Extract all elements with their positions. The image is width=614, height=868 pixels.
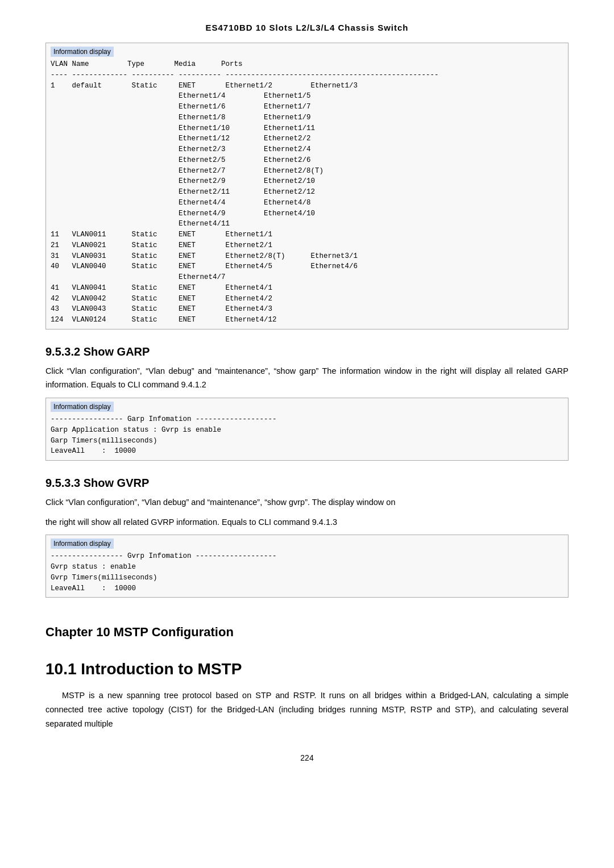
- page-header: ES4710BD 10 Slots L2/L3/L4 Chassis Switc…: [45, 23, 569, 32]
- header-title: ES4710BD 10 Slots L2/L3/L4 Chassis Switc…: [206, 23, 409, 32]
- section-953-desc1-text: Click “Vlan configuration”, “Vlan debug”…: [45, 498, 396, 507]
- section-953-desc1: Click “Vlan configuration”, “Vlan debug”…: [45, 495, 569, 510]
- section101-body: MSTP is a new spanning tree protocol bas…: [45, 688, 569, 731]
- vlan-box-title: Information display: [51, 47, 114, 57]
- gvrp-box-title: Information display: [51, 539, 114, 549]
- garp-info-box: Information display ----------------- Ga…: [45, 398, 569, 461]
- vlan-info-box: Information display VLAN Name Type Media…: [45, 43, 569, 329]
- section101-heading: 10.1 Introduction to MSTP: [45, 660, 569, 678]
- section-952-heading: 9.5.3.2 Show GARP: [45, 345, 569, 358]
- vlan-table-header: VLAN Name Type Media Ports: [51, 59, 563, 70]
- gvrp-box-content: ----------------- Gvrp Infomation ------…: [51, 551, 563, 594]
- page-number: 224: [45, 753, 569, 762]
- gvrp-info-box: Information display ----------------- Gv…: [45, 535, 569, 598]
- vlan-table-content: ---- ------------- ---------- ----------…: [51, 70, 563, 326]
- garp-box-content: ----------------- Garp Infomation ------…: [51, 414, 563, 457]
- section-953-heading: 9.5.3.3 Show GVRP: [45, 477, 569, 490]
- section-952-desc: Click “Vlan configuration”, “Vlan debug”…: [45, 364, 569, 392]
- chapter10-heading: Chapter 10 MSTP Configuration: [45, 625, 569, 640]
- section-953-desc2: the right will show all related GVRP inf…: [45, 515, 569, 529]
- garp-box-title: Information display: [51, 402, 114, 412]
